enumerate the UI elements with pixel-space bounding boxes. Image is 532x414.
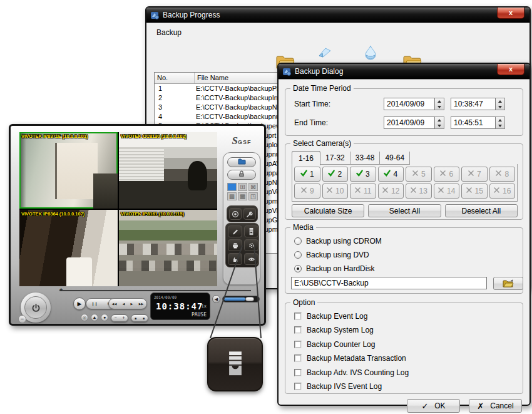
quad-view-icon[interactable]: ⊞: [238, 183, 247, 191]
speed-up-button[interactable]: +: [122, 316, 125, 321]
checkbox[interactable]: [294, 369, 302, 376]
camera-toggle-2[interactable]: 2: [322, 167, 349, 182]
checkbox-backup-counter-log[interactable]: Backup Counter Log: [294, 340, 375, 349]
column-no[interactable]: No.: [155, 73, 195, 83]
radio-circle[interactable]: [294, 265, 302, 272]
globe-button[interactable]: [229, 208, 242, 220]
camera-toggle-12[interactable]: 12: [378, 184, 404, 199]
power-button[interactable]: [24, 296, 47, 319]
camera-toggle-4[interactable]: 4: [378, 167, 404, 182]
camera-toggle-6[interactable]: 6: [434, 167, 460, 182]
step-forward-button[interactable]: ■: [143, 316, 145, 321]
alarm-icon[interactable]: ▲: [91, 314, 98, 321]
lock-button[interactable]: [227, 170, 256, 180]
select-all-button[interactable]: Select All: [368, 204, 441, 217]
camera-toggle-8[interactable]: 8: [489, 167, 516, 182]
camera-toggle-9[interactable]: 9: [294, 184, 320, 199]
backup-dialog-titlebar[interactable]: Backup Dialog x: [279, 64, 529, 79]
cancel-button[interactable]: ✗ Cancel: [469, 399, 522, 413]
column-file-name[interactable]: File Name: [195, 73, 231, 83]
hand-icon[interactable]: [228, 253, 242, 265]
export-gear-icon[interactable]: [244, 239, 258, 251]
speed-down-button[interactable]: −: [114, 316, 116, 321]
tab-cameras-49-64[interactable]: 49-64: [380, 152, 410, 165]
radio-backup-using-cdrom[interactable]: Backup using CDROM: [294, 237, 382, 246]
checkbox[interactable]: [294, 326, 302, 334]
end-time-spinner[interactable]: [496, 116, 505, 129]
printer-icon[interactable]: [228, 239, 242, 251]
camera-feed[interactable]: VIVOTEK IP8371E (10.0.0.101): [19, 132, 118, 209]
radio-circle[interactable]: [294, 237, 302, 245]
backup-path-field[interactable]: E:\USB\CCTV-Backup: [291, 277, 487, 289]
tab-cameras-33-48[interactable]: 33-48: [350, 152, 381, 165]
minimize-button[interactable]: −: [18, 315, 26, 323]
checkbox-backup-ivs-event-log[interactable]: Backup IVS Event Log: [294, 382, 382, 391]
close-icon[interactable]: x: [497, 8, 524, 19]
checkbox[interactable]: [294, 354, 302, 362]
checkbox-backup-metadata-transaction[interactable]: Backup Metadata Transaction: [294, 354, 406, 363]
radio-backup-on-harddisk[interactable]: Backup on HardDisk: [294, 264, 374, 273]
camera-toggle-11[interactable]: 11: [350, 184, 376, 199]
zoom-icon[interactable]: ◎: [81, 314, 88, 321]
camera-feed[interactable]: VIVOTEK CC8130 (10.0.0.102): [119, 132, 217, 209]
camera-toggle-7[interactable]: 7: [461, 167, 488, 182]
camera-toggle-16[interactable]: 16: [489, 184, 516, 199]
camera-toggle-3[interactable]: 3: [350, 167, 376, 182]
checkbox[interactable]: [294, 341, 302, 348]
wrench-icon[interactable]: [243, 208, 256, 220]
grid16-view-icon[interactable]: ▩: [238, 192, 247, 200]
start-date-field[interactable]: 2014/09/09: [384, 98, 435, 110]
backup-progress-titlebar[interactable]: Backup Progress x: [146, 8, 529, 23]
tab-cameras-1-16[interactable]: 1-16: [292, 151, 320, 165]
radio-backup-using-dvd[interactable]: Backup using DVD: [294, 251, 369, 259]
single-view-icon[interactable]: [227, 183, 237, 191]
seek-next-button[interactable]: ▶: [131, 301, 133, 306]
checkbox[interactable]: [294, 313, 302, 320]
grid9-view-icon[interactable]: ▦: [227, 192, 237, 200]
camera-toggle-10[interactable]: 10: [322, 184, 349, 199]
end-date-spinner[interactable]: [435, 116, 444, 129]
camera-toggle-1[interactable]: 1: [294, 167, 320, 182]
calculate-size-button[interactable]: Calculate Size: [292, 204, 364, 217]
end-date-field[interactable]: 2014/09/09: [384, 116, 435, 129]
close-view-icon[interactable]: ⊠: [248, 183, 258, 191]
camera-toggle-5[interactable]: 5: [406, 167, 432, 182]
timeline-handle[interactable]: +: [59, 287, 63, 293]
record-icon[interactable]: ●: [101, 314, 108, 321]
volume-slider[interactable]: [222, 296, 260, 303]
checkbox[interactable]: [294, 383, 302, 390]
pencil-icon[interactable]: [228, 225, 242, 237]
ok-button[interactable]: ✓ OK: [407, 399, 460, 413]
start-time-field[interactable]: 10:38:47: [451, 98, 496, 110]
speaker-icon[interactable]: ◀: [212, 295, 220, 303]
camera-toggle-14[interactable]: 14: [434, 184, 460, 199]
eye-icon[interactable]: [244, 253, 258, 265]
pip-view-icon[interactable]: ◳: [248, 192, 258, 200]
play-button[interactable]: ▶: [73, 298, 86, 310]
step-back-button[interactable]: ■: [135, 316, 136, 321]
pause-button[interactable]: ❙❙: [91, 301, 98, 306]
seek-start-button[interactable]: ◀◀: [112, 301, 117, 306]
checkbox-backup-adv-ivs-counting-log[interactable]: Backup Adv. IVS Counting Log: [294, 368, 409, 377]
backup-button[interactable]: [244, 225, 258, 237]
start-time-spinner[interactable]: [496, 98, 505, 110]
volume-knob[interactable]: [245, 297, 254, 301]
browse-folder-button[interactable]: [493, 277, 523, 290]
camera-toggle-15[interactable]: 15: [461, 184, 488, 199]
end-time-field[interactable]: 10:45:51: [451, 116, 496, 129]
open-file-button[interactable]: [227, 157, 256, 167]
tab-cameras-17-32[interactable]: 17-32: [320, 152, 350, 165]
start-date-spinner[interactable]: [435, 98, 444, 110]
close-icon[interactable]: x: [497, 64, 524, 75]
camera-feed[interactable]: VIVOTEK IP8364 (10.0.0.107): [19, 210, 118, 286]
deselect-all-button[interactable]: Deselect All: [445, 204, 518, 217]
checkbox-backup-event-log[interactable]: Backup Event Log: [294, 312, 367, 321]
seek-end-button[interactable]: ▶▶: [139, 301, 144, 306]
backup-button-magnified[interactable]: [207, 337, 263, 391]
radio-circle[interactable]: [294, 251, 302, 259]
camera-toggle-13[interactable]: 13: [406, 184, 432, 199]
timeline-slider[interactable]: +: [59, 290, 251, 291]
checkbox-backup-system-log[interactable]: Backup System Log: [294, 326, 374, 334]
camera-feed[interactable]: VIVOTEK IP8161 (10.0.0.115): [119, 210, 217, 286]
seek-prev-button[interactable]: ◀: [123, 301, 125, 306]
